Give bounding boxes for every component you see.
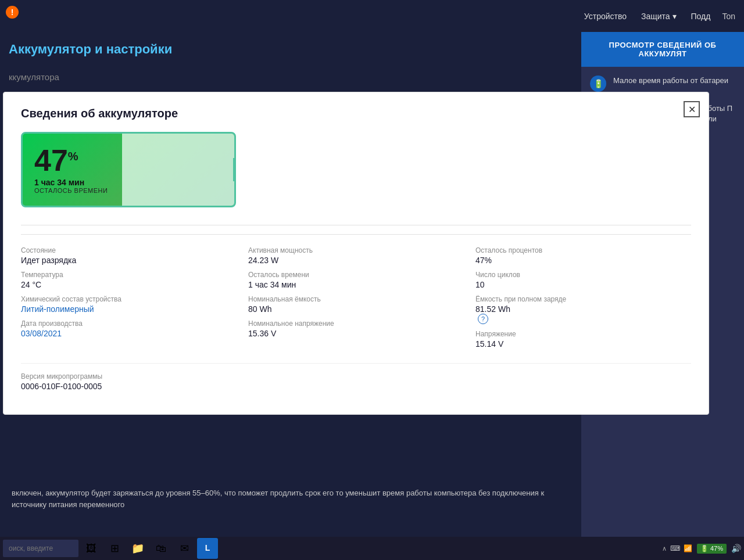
info-row-mfg-date: Дата производства 03/08/2021 bbox=[21, 320, 237, 338]
top-nav: Устройство Защита ▾ Подд bbox=[584, 12, 711, 21]
sub-header-text: ккумулятора bbox=[9, 72, 59, 82]
voltage-value: 15.14 V bbox=[475, 339, 691, 349]
view-battery-button[interactable]: ПРОСМОТР СВЕДЕНИЙ ОБ АККУМУЛЯТ bbox=[581, 32, 744, 67]
remaining-value: 1 час 34 мин bbox=[248, 280, 464, 289]
info-row-full-cap: Ёмкость при полном заряде 81.52 Wh ? bbox=[475, 295, 691, 324]
full-cap-label: Ёмкость при полном заряде bbox=[475, 295, 691, 303]
power-label: Активная мощность bbox=[248, 246, 464, 254]
info-row-nominal-voltage: Номинальное напряжение 15.36 V bbox=[248, 320, 464, 338]
cycles-value: 10 bbox=[475, 280, 691, 289]
bottom-area: включен, аккумулятор будет заряжаться до… bbox=[0, 479, 581, 537]
info-row-chemistry: Химический состав устройства Литий-полим… bbox=[21, 295, 237, 314]
taskbar-icon-mail[interactable]: ✉ bbox=[174, 538, 195, 559]
nominal-cap-value: 80 Wh bbox=[248, 304, 464, 314]
warning-icon: ! bbox=[6, 6, 19, 19]
taskbar-icon-photo[interactable]: 🖼 bbox=[81, 538, 102, 559]
full-cap-help-icon[interactable]: ? bbox=[478, 314, 488, 324]
taskbar-search[interactable] bbox=[3, 540, 78, 557]
firmware-row: Версия микропрограммы 0006-010F-0100-000… bbox=[21, 363, 691, 391]
battery-info-modal: Сведения об аккумуляторе ✕ 47% 1 час 34 … bbox=[3, 92, 709, 415]
taskbar-right: ∧ ⌨ 📶 🔋 47% 🔊 bbox=[662, 544, 741, 554]
nav-device[interactable]: Устройство bbox=[584, 12, 627, 21]
taskbar-tray: ∧ ⌨ 📶 bbox=[662, 544, 692, 552]
battery-container: 47% 1 час 34 мин ОСТАЛОСЬ ВРЕМЕНИ bbox=[21, 132, 236, 207]
firmware-value: 0006-010F-0100-0005 bbox=[21, 382, 691, 391]
taskbar-icon-store[interactable]: 🛍 bbox=[151, 538, 171, 559]
tray-expand[interactable]: ∧ bbox=[662, 545, 667, 552]
info-col-2: Активная мощность 24.23 W Осталось време… bbox=[248, 246, 464, 354]
chemistry-label: Химический состав устройства bbox=[21, 295, 237, 303]
full-cap-value: 81.52 Wh bbox=[475, 304, 691, 314]
info-row-remaining: Осталось времени 1 час 34 мин bbox=[248, 271, 464, 289]
taskbar-icon-windows[interactable]: ⊞ bbox=[104, 538, 125, 559]
tray-speaker[interactable]: 🔊 bbox=[731, 544, 741, 553]
percent-sign: % bbox=[68, 150, 78, 163]
mfg-date-label: Дата производства bbox=[21, 320, 237, 328]
info-col-3: Осталось процентов 47% Число циклов 10 Ё… bbox=[475, 246, 691, 354]
info-row-cycles: Число циклов 10 bbox=[475, 271, 691, 289]
cycles-label: Число циклов bbox=[475, 271, 691, 279]
nominal-voltage-value: 15.36 V bbox=[248, 329, 464, 338]
battery-notif-text: Малое время работы от батареи bbox=[613, 76, 728, 86]
chemistry-value: Литий-полимерный bbox=[21, 304, 237, 314]
taskbar: 🖼 ⊞ 📁 🛍 ✉ L ∧ ⌨ 📶 🔋 47% 🔊 bbox=[0, 537, 744, 560]
firmware-label: Версия микропрограммы bbox=[21, 372, 691, 380]
info-row-pct-left: Осталось процентов 47% bbox=[475, 246, 691, 265]
battery-empty-area bbox=[122, 134, 234, 206]
battery-time: 1 час 34 мин bbox=[34, 178, 84, 187]
pct-left-label: Осталось процентов bbox=[475, 246, 691, 254]
modal-close-button[interactable]: ✕ bbox=[684, 101, 700, 117]
page-title: Аккумулятор и настройки bbox=[9, 42, 674, 57]
nominal-cap-label: Номинальная ёмкость bbox=[248, 295, 464, 303]
battery-taskbar-indicator[interactable]: 🔋 47% bbox=[697, 544, 727, 554]
info-row-nominal-cap: Номинальная ёмкость 80 Wh bbox=[248, 295, 464, 314]
modal-title: Сведения об аккумуляторе bbox=[21, 107, 691, 120]
info-row-status: Состояние Идет разрядка bbox=[21, 246, 237, 265]
pct-left-value: 47% bbox=[475, 256, 691, 265]
top-bar: ! Устройство Защита ▾ Подд Ton bbox=[0, 0, 744, 32]
status-label: Состояние bbox=[21, 246, 237, 254]
user-label: Ton bbox=[722, 12, 735, 21]
nav-protection[interactable]: Защита ▾ bbox=[641, 12, 677, 21]
info-grid: Состояние Идет разрядка Температура 24 °… bbox=[21, 234, 691, 354]
battery-taskbar-icon: 🔋 bbox=[700, 545, 709, 552]
battery-visual-area: 47% 1 час 34 мин ОСТАЛОСЬ ВРЕМЕНИ bbox=[21, 132, 691, 207]
battery-percent: 47% bbox=[34, 145, 78, 175]
mfg-date-value: 03/08/2021 bbox=[21, 329, 237, 338]
notification-battery: 🔋 Малое время работы от батареи bbox=[590, 76, 735, 92]
info-row-temp: Температура 24 °C bbox=[21, 271, 237, 289]
status-value: Идет разрядка bbox=[21, 256, 237, 265]
taskbar-icon-file-explorer[interactable]: 📁 bbox=[127, 538, 148, 559]
tray-icon-network: 📶 bbox=[684, 544, 692, 552]
nav-support[interactable]: Подд bbox=[691, 12, 711, 21]
divider bbox=[21, 225, 691, 225]
battery-tip bbox=[233, 158, 236, 181]
battery-taskbar-percent: 47% bbox=[710, 545, 723, 552]
taskbar-icon-lenovo[interactable]: L bbox=[197, 538, 218, 559]
power-value: 24.23 W bbox=[248, 256, 464, 265]
battery-notif-icon: 🔋 bbox=[590, 76, 606, 92]
nominal-voltage-label: Номинальное напряжение bbox=[248, 320, 464, 328]
temp-label: Температура bbox=[21, 271, 237, 279]
header-area: Аккумулятор и настройки Свернуть ∧ ПРОСМ… bbox=[0, 32, 744, 67]
info-row-firmware: Версия микропрограммы 0006-010F-0100-000… bbox=[21, 372, 691, 391]
bottom-text: включен, аккумулятор будет заряжаться до… bbox=[12, 487, 570, 510]
voltage-label: Напряжение bbox=[475, 330, 691, 338]
info-col-1: Состояние Идет разрядка Температура 24 °… bbox=[21, 246, 237, 354]
info-row-voltage: Напряжение 15.14 V bbox=[475, 330, 691, 349]
temp-value: 24 °C bbox=[21, 280, 237, 289]
info-row-power: Активная мощность 24.23 W bbox=[248, 246, 464, 265]
battery-status-label: ОСТАЛОСЬ ВРЕМЕНИ bbox=[34, 187, 108, 194]
remaining-label: Осталось времени bbox=[248, 271, 464, 279]
tray-icon-keyboard: ⌨ bbox=[670, 544, 680, 552]
